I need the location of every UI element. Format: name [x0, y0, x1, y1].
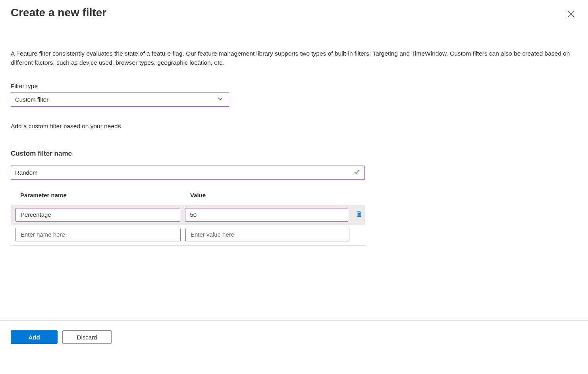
trash-icon [355, 210, 362, 219]
parameters-table: Parameter name Value [11, 192, 365, 246]
description-text: A Feature filter consistently evaluates … [11, 49, 577, 67]
delete-row-button[interactable] [353, 208, 365, 221]
param-name-header: Parameter name [20, 192, 190, 199]
custom-filter-name-label: Custom filter name [11, 150, 577, 158]
check-icon [354, 169, 360, 177]
filter-type-select[interactable]: Custom filter [11, 93, 229, 107]
table-row [11, 225, 365, 245]
filter-type-label: Filter type [11, 83, 577, 90]
param-value-input[interactable] [185, 208, 349, 222]
discard-button[interactable]: Discard [62, 330, 112, 344]
filter-type-value: Custom filter [15, 96, 48, 103]
param-name-input-empty[interactable] [15, 228, 181, 241]
close-button[interactable] [566, 9, 576, 20]
helper-text: Add a custom filter based on your needs [11, 123, 577, 130]
param-value-header: Value [190, 192, 206, 199]
add-button[interactable]: Add [11, 330, 58, 344]
page-title: Create a new filter [11, 6, 106, 19]
param-name-input[interactable] [15, 208, 180, 222]
custom-filter-name-input[interactable] [11, 166, 365, 180]
footer: Add Discard [0, 320, 588, 344]
param-value-input-empty[interactable] [185, 228, 349, 241]
close-icon [567, 10, 575, 19]
table-divider [11, 245, 366, 246]
table-row [11, 205, 365, 225]
